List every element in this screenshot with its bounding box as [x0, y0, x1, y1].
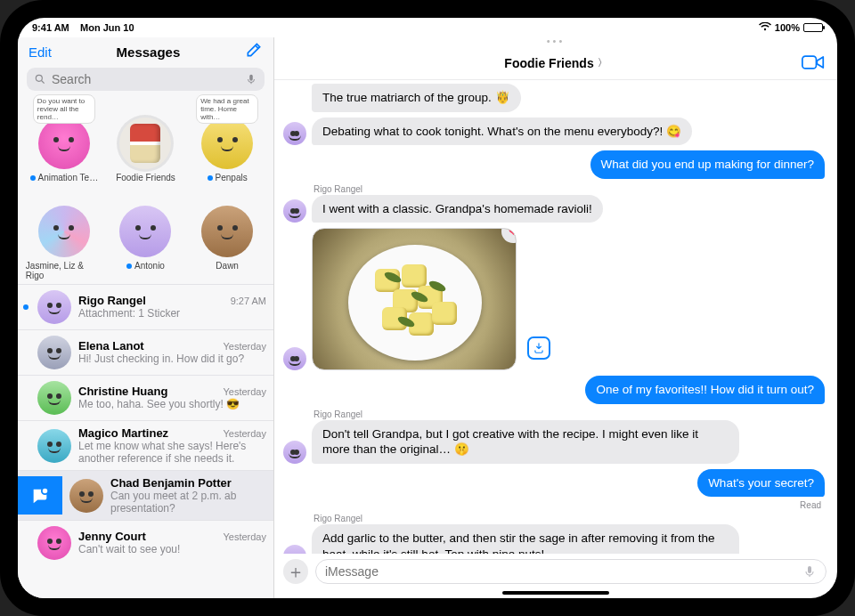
pin-label: Foodie Friends	[116, 173, 175, 182]
apps-button[interactable]: ＋	[283, 559, 308, 584]
sender-label: Rigo Rangel	[314, 409, 825, 419]
incoming-message[interactable]: Add garlic to the butter, and then stir …	[283, 524, 825, 554]
search-wrap	[18, 64, 273, 96]
conversation-time: Yesterday	[223, 531, 266, 542]
content-split: Edit Messages Do you want to review all …	[18, 37, 837, 598]
conversation-item[interactable]: Jenny CourtYesterdayCan't wait to see yo…	[18, 520, 273, 565]
status-date: Mon Jun 10	[80, 22, 134, 33]
message-bubble[interactable]: Don't tell Grandpa, but I got creative w…	[312, 420, 739, 464]
conversation-item[interactable]: Chad Benjamin PotterCan you meet at 2 p.…	[18, 470, 273, 520]
conversation-time: Yesterday	[223, 386, 266, 397]
conversation-list[interactable]: Rigo Rangel9:27 AMAttachment: 1 StickerE…	[18, 284, 273, 598]
edit-button[interactable]: Edit	[28, 45, 52, 60]
pinned-conversation[interactable]: Jasmine, Liz & Rigo	[26, 184, 102, 280]
svg-rect-4	[802, 56, 817, 69]
message-bubble[interactable]: Add garlic to the butter, and then stir …	[312, 524, 739, 554]
conversation-time: 9:27 AM	[231, 296, 266, 306]
avatar	[38, 206, 90, 257]
chat-header[interactable]: Foodie Friends 〉	[274, 46, 837, 80]
message-bubble[interactable]: One of my favorites!! How did it turn ou…	[585, 376, 825, 404]
conversation-preview: Hi! Just checking in. How did it go?	[78, 353, 266, 365]
conversation-name: Christine Huang	[78, 385, 167, 398]
message-bubble[interactable]: What did you end up making for dinner?	[590, 150, 825, 179]
svg-rect-2	[249, 75, 253, 81]
compose-button[interactable]	[245, 41, 263, 62]
photo-attachment[interactable]: ❤	[312, 228, 517, 370]
conversation-text: Elena LanotYesterdayHi! Just checking in…	[78, 339, 266, 365]
sender-label: Rigo Rangel	[314, 184, 825, 194]
avatar	[37, 290, 71, 324]
message-bubble[interactable]: Debating what to cook tonight. What's on…	[312, 118, 692, 146]
avatar	[283, 441, 306, 464]
home-indicator[interactable]	[502, 591, 609, 595]
incoming-message[interactable]: I went with a classic. Grandpa's homemad…	[283, 195, 825, 223]
conversation-time: Yesterday	[223, 428, 266, 439]
search-icon	[34, 73, 46, 85]
incoming-message[interactable]: Don't tell Grandpa, but I got creative w…	[283, 420, 825, 464]
conversation-preview: Attachment: 1 Sticker	[78, 307, 266, 320]
conversation-preview: Can't wait to see you!	[78, 543, 266, 555]
avatar	[283, 122, 306, 145]
heart-tapback-icon[interactable]: ❤	[501, 228, 517, 243]
dictate-icon[interactable]	[245, 73, 257, 85]
dictate-icon[interactable]	[802, 564, 817, 579]
screen: 9:41 AM Mon Jun 10 100% Edit Messages	[18, 18, 837, 598]
outgoing-message[interactable]: One of my favorites!! How did it turn ou…	[283, 376, 825, 404]
conversation-preview: Me too, haha. See you shortly! 😎	[78, 398, 266, 410]
pinned-conversation[interactable]: Foodie Friends	[107, 96, 183, 182]
message-bubble[interactable]: What's your secret?	[697, 469, 825, 498]
pin-label: Animation Te…	[30, 173, 99, 182]
conversation-text: Jenny CourtYesterdayCan't wait to see yo…	[78, 530, 266, 555]
search-input[interactable]	[52, 72, 240, 86]
message-bubble[interactable]: The true matriarch of the group. 🤴	[312, 84, 521, 112]
battery-icon	[803, 23, 823, 32]
chevron-right-icon: 〉	[598, 56, 607, 69]
unread-dot-icon	[30, 175, 36, 181]
conversation-preview: Can you meet at 2 p.m. ab presentation?	[110, 490, 266, 515]
svg-point-3	[42, 487, 48, 493]
conversation-item[interactable]: Magico MartinezYesterdayLet me know what…	[18, 420, 273, 470]
avatar	[119, 118, 171, 169]
chat-panel: ••• Foodie Friends 〉 The true matriarch …	[274, 37, 837, 598]
incoming-message[interactable]: The true matriarch of the group. 🤴	[283, 84, 825, 112]
save-image-button[interactable]	[527, 336, 550, 360]
status-left: 9:41 AM Mon Jun 10	[32, 22, 134, 33]
compose-input[interactable]	[325, 564, 797, 579]
mark-unread-action[interactable]	[18, 476, 62, 515]
conversation-text: Chad Benjamin PotterCan you meet at 2 p.…	[110, 476, 266, 515]
read-receipt: Read	[283, 500, 821, 510]
avatar	[201, 206, 253, 257]
window-grabber-icon[interactable]: •••	[274, 36, 837, 46]
message-transcript[interactable]: The true matriarch of the group. 🤴Debati…	[274, 80, 837, 554]
conversation-name: Jenny Court	[78, 530, 146, 543]
outgoing-message[interactable]: What's your secret?	[283, 469, 825, 498]
facetime-button[interactable]	[802, 53, 825, 75]
avatar	[38, 118, 90, 169]
conversation-item[interactable]: Christine HuangYesterdayMe too, haha. Se…	[18, 375, 273, 420]
status-right: 100%	[759, 21, 823, 34]
compose-field[interactable]	[315, 559, 826, 584]
avatar	[37, 381, 71, 415]
pinned-conversation[interactable]: Do you want to review all the rend…Anima…	[26, 96, 102, 182]
incoming-message[interactable]: Debating what to cook tonight. What's on…	[283, 118, 825, 146]
chat-title[interactable]: Foodie Friends 〉	[504, 56, 607, 70]
message-bubble[interactable]: I went with a classic. Grandpa's homemad…	[312, 195, 603, 223]
search-field[interactable]	[27, 68, 265, 91]
conversation-item[interactable]: Elena LanotYesterdayHi! Just checking in…	[18, 329, 273, 375]
conversation-text: Magico MartinezYesterdayLet me know what…	[78, 426, 266, 465]
outgoing-message[interactable]: What did you end up making for dinner?	[283, 150, 825, 179]
conversation-time: Yesterday	[223, 341, 266, 352]
pin-label: Antonio	[126, 261, 165, 271]
svg-point-0	[36, 75, 42, 81]
conversation-item[interactable]: Rigo Rangel9:27 AMAttachment: 1 Sticker	[18, 284, 273, 329]
pinned-conversation[interactable]: Dawn	[189, 184, 265, 280]
avatar	[283, 347, 306, 370]
pinned-conversation[interactable]: Antonio	[107, 184, 183, 280]
sidebar-title: Messages	[52, 45, 245, 60]
pin-label: Penpals	[208, 173, 248, 182]
pinned-conversation[interactable]: We had a great time. Home with…Penpals	[189, 96, 265, 182]
conversation-name: Rigo Rangel	[78, 294, 146, 307]
conversation-text: Christine HuangYesterdayMe too, haha. Se…	[78, 385, 266, 410]
avatar	[37, 429, 71, 463]
unread-dot-icon	[126, 263, 132, 269]
